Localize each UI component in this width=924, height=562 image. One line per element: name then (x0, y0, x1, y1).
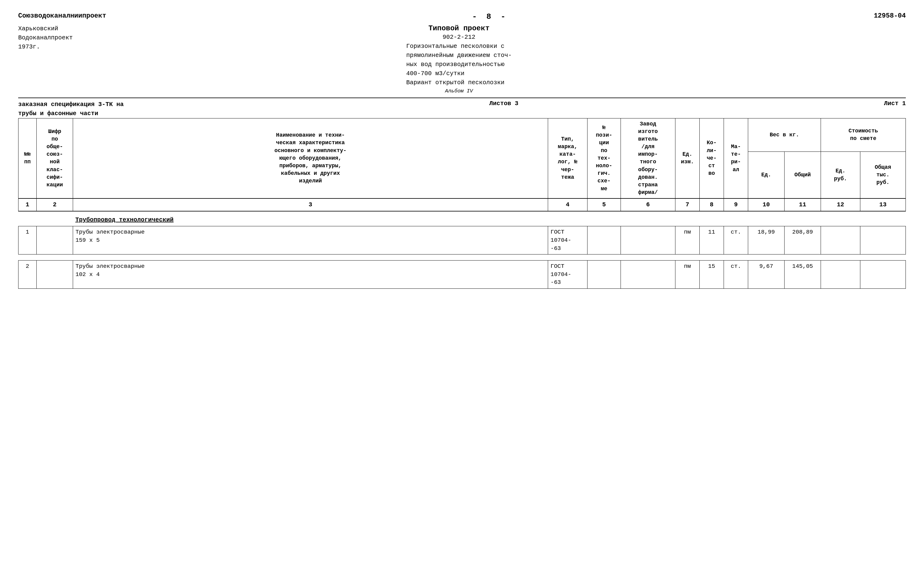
left-org-line1: Харьковский (18, 24, 73, 33)
row1-name-line1: Трубы электросварные (75, 228, 545, 236)
row2-cost-total (860, 260, 906, 289)
col-header-5: № пози- ции по тех- ноло- гич. схе- ме (588, 118, 621, 199)
row1-weight-unit: 18,99 (748, 226, 784, 254)
row2-name: Трубы электросварные 102 x 4 (73, 260, 548, 289)
section-title: Трубопровод технологический (73, 211, 548, 226)
row1-weight-total: 208,89 (784, 226, 821, 254)
doc-number: 12958-04 (874, 12, 906, 20)
spec-title: заказная спецификация 3-ТК на трубы и фа… (18, 100, 124, 118)
col-header-12-13: Стоимость по смете (821, 118, 906, 151)
row2-cost-unit (821, 260, 860, 289)
row2-weight-total: 145,05 (784, 260, 821, 289)
row1-name: Трубы электросварные 159 x 5 (73, 226, 548, 254)
colnum-1: 1 (18, 199, 37, 211)
row2-name-line1: Трубы электросварные (75, 262, 545, 271)
main-table: №№ пп Шифр по обще- союз- ной клас- сифи… (18, 118, 906, 289)
row1-type: ГОСТ 10704- -63 (548, 226, 588, 254)
spec-title-line1: заказная спецификация 3-ТК на (18, 100, 124, 109)
table-row: 2 Трубы электросварные 102 x 4 ГОСТ 1070… (18, 260, 906, 289)
colnum-3: 3 (73, 199, 548, 211)
colnum-6: 6 (621, 199, 675, 211)
desc-line5: Вариант открытой песколозки (406, 78, 512, 87)
desc-line1: Горизонтальные песколовки с (406, 42, 512, 51)
colnum-2: 2 (37, 199, 73, 211)
desc-line3: ных вод производительностью (406, 60, 512, 69)
colnum-13: 13 (860, 199, 906, 211)
row2-type-line3: -63 (550, 278, 585, 287)
colnum-11: 11 (784, 199, 821, 211)
col-header-9: Ма- те- ри- ал (724, 118, 748, 199)
row1-material: ст. (724, 226, 748, 254)
row2-factory (621, 260, 675, 289)
col-header-11: Общий (784, 151, 821, 199)
col-header-3: Наименование и техни- ческая характерист… (73, 118, 548, 199)
row2-weight-unit: 9,67 (748, 260, 784, 289)
left-org: Харьковский Водоканалпроект 1973г. (18, 24, 73, 51)
colnum-7: 7 (675, 199, 700, 211)
row1-unit: пм (675, 226, 700, 254)
sheet-label: Лист 1 (884, 100, 906, 107)
colnum-8: 8 (700, 199, 724, 211)
row2-pos (588, 260, 621, 289)
row2-type-line2: 10704- (550, 271, 585, 279)
row2-type-line1: ГОСТ (550, 262, 585, 271)
col-header-1: №№ пп (18, 118, 37, 199)
col-header-10-11: Вес в кг. (748, 118, 821, 151)
spacer-row-1 (18, 254, 906, 260)
page-header: Союзводоканалниипроект - 8 - 12958-04 (18, 12, 906, 21)
center-project: Типовой проект 902-2-212 Горизонтальные … (85, 24, 833, 95)
desc-line4: 400-700 м3/сутки (406, 69, 512, 78)
project-desc: Горизонтальные песколовки с прямолинейны… (406, 42, 512, 95)
row2-material: ст. (724, 260, 748, 289)
row1-num: 1 (18, 226, 37, 254)
row2-num: 2 (18, 260, 37, 289)
row1-type-line1: ГОСТ (550, 228, 585, 236)
col-header-10: Ед. (748, 151, 784, 199)
col-header-13: Общая тыс. руб. (860, 151, 906, 199)
row2-type: ГОСТ 10704- -63 (548, 260, 588, 289)
left-org-line3: 1973г. (18, 42, 73, 51)
row1-qty: 11 (700, 226, 724, 254)
colnum-4: 4 (548, 199, 588, 211)
row1-cost-unit (821, 226, 860, 254)
row1-factory (621, 226, 675, 254)
col-number-row: 1 2 3 4 5 6 7 8 9 10 11 12 13 (18, 199, 906, 211)
table-header-row: №№ пп Шифр по обще- союз- ной клас- сифи… (18, 118, 906, 151)
org-name: Союзводоканалниипроект (18, 12, 106, 20)
colnum-10: 10 (748, 199, 784, 211)
sheets-label: Листов 3 (489, 100, 518, 107)
col-header-6: Завод изгото витель /для импор- тного об… (621, 118, 675, 199)
section-header-row: Трубопровод технологический (18, 211, 906, 226)
row1-type-line2: 10704- (550, 236, 585, 245)
desc-line2: прямолинейным движением сточ- (406, 51, 512, 60)
project-code: 902-2-212 (85, 34, 833, 40)
row1-name-line2: 159 x 5 (75, 236, 545, 245)
title-block: Харьковский Водоканалпроект 1973г. Типов… (18, 24, 906, 95)
row1-type-line3: -63 (550, 245, 585, 253)
colnum-9: 9 (724, 199, 748, 211)
row2-name-line2: 102 x 4 (75, 271, 545, 279)
table-row: 1 Трубы электросварные 159 x 5 ГОСТ 1070… (18, 226, 906, 254)
left-org-line2: Водоканалпроект (18, 33, 73, 42)
spec-title-line2: трубы и фасонные части (18, 109, 124, 118)
album-note: Альбом IV (406, 87, 512, 95)
row2-cipher (37, 260, 73, 289)
row2-unit: пм (675, 260, 700, 289)
col-header-7: Ед. изм. (675, 118, 700, 199)
col-header-2: Шифр по обще- союз- ной клас- сифи- каци… (37, 118, 73, 199)
project-label: Типовой проект (85, 24, 833, 33)
row1-cipher (37, 226, 73, 254)
row1-cost-total (860, 226, 906, 254)
col-header-8: Ко- ли- че- ст во (700, 118, 724, 199)
colnum-5: 5 (588, 199, 621, 211)
dash-line: - 8 - (472, 12, 508, 21)
col-header-4: Тип, марка, ката- лог, № чер- тежа (548, 118, 588, 199)
row2-qty: 15 (700, 260, 724, 289)
colnum-12: 12 (821, 199, 860, 211)
row1-pos (588, 226, 621, 254)
col-header-12: Ед. руб. (821, 151, 860, 199)
